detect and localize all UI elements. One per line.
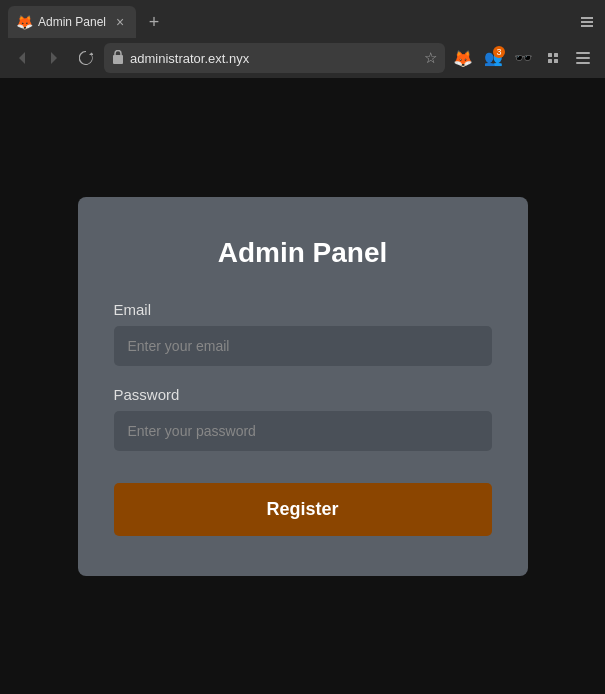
tab-title: Admin Panel [38,15,106,29]
nav-bar: administrator.ext.nyx ☆ 🦊 👥 3 🕶️ [0,38,605,78]
browser-chrome: 🦊 Admin Panel × + administrator.ext.nyx … [0,0,605,78]
register-button[interactable]: Register [114,483,492,536]
tab-close-button[interactable]: × [112,14,128,30]
svg-rect-3 [548,59,552,63]
extensions-button[interactable] [539,44,567,72]
forward-button[interactable] [40,44,68,72]
svg-rect-0 [113,55,123,64]
notification-icon-button[interactable]: 👥 3 [479,44,507,72]
new-tab-button[interactable]: + [140,8,168,36]
address-text: administrator.ext.nyx [130,51,418,66]
password-label: Password [114,386,492,403]
svg-rect-5 [576,52,590,54]
menu-button[interactable] [569,44,597,72]
svg-rect-2 [554,53,558,57]
firefox-icon-button[interactable]: 🦊 [449,44,477,72]
password-field-group: Password [114,386,492,451]
svg-rect-1 [548,53,552,57]
tab-bar: 🦊 Admin Panel × + [0,0,605,38]
email-field-group: Email [114,301,492,366]
login-card: Admin Panel Email Password Register [78,197,528,576]
address-bar[interactable]: administrator.ext.nyx ☆ [104,43,445,73]
nav-icons-right: 🦊 👥 3 🕶️ [449,44,597,72]
tab-favicon: 🦊 [16,14,33,30]
page-content: Admin Panel Email Password Register [0,78,605,694]
addon-icon-button[interactable]: 🕶️ [509,44,537,72]
back-button[interactable] [8,44,36,72]
svg-rect-6 [576,57,590,59]
active-tab[interactable]: 🦊 Admin Panel × [8,6,136,38]
password-input[interactable] [114,411,492,451]
email-label: Email [114,301,492,318]
svg-rect-7 [576,62,590,64]
tab-list-button[interactable] [577,10,597,34]
card-title: Admin Panel [114,237,492,269]
svg-rect-4 [554,59,558,63]
bookmark-star-icon[interactable]: ☆ [424,49,437,67]
notification-badge: 3 [493,46,505,58]
security-icon [112,50,124,67]
reload-button[interactable] [72,44,100,72]
email-input[interactable] [114,326,492,366]
